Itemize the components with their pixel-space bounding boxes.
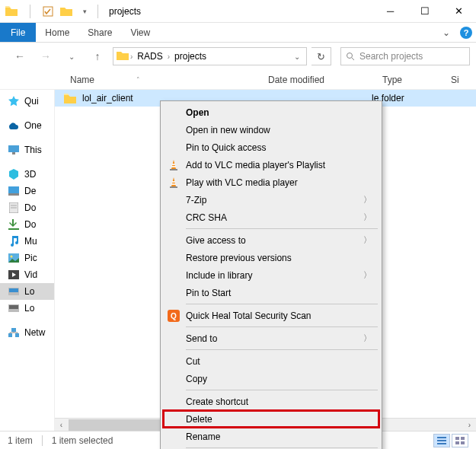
col-size[interactable]: Si bbox=[445, 75, 465, 85]
sidebar-item-mu[interactable]: Mu bbox=[0, 233, 54, 250]
menu-item-cut[interactable]: Cut bbox=[163, 352, 379, 370]
svg-rect-29 bbox=[170, 186, 177, 188]
back-button[interactable]: ← bbox=[9, 47, 30, 65]
folder-icon bbox=[62, 94, 78, 103]
menu-item-open-in-new-window[interactable]: Open in new window bbox=[163, 121, 379, 139]
recent-dropdown[interactable]: ⌄ bbox=[61, 47, 82, 65]
picture-icon bbox=[8, 252, 20, 264]
maximize-button[interactable]: ☐ bbox=[407, 0, 442, 23]
qh-icon: Q bbox=[167, 309, 180, 323]
star-icon bbox=[8, 95, 20, 107]
menu-item-7-zip[interactable]: 7-Zip〉 bbox=[163, 191, 379, 209]
menu-item-quick-heal-total-security-scan[interactable]: QQuick Heal Total Security Scan bbox=[163, 307, 379, 324]
share-tab[interactable]: Share bbox=[78, 23, 121, 42]
sidebar-item-vid[interactable]: Vid bbox=[0, 266, 54, 283]
file-tab[interactable]: File bbox=[0, 23, 36, 42]
col-name[interactable]: Name˄ bbox=[64, 75, 262, 85]
sidebar-item-this[interactable]: This bbox=[0, 142, 54, 158]
search-box[interactable]: Search projects bbox=[340, 47, 470, 65]
qat-divider bbox=[21, 3, 38, 20]
menu-item-copy[interactable]: Copy bbox=[163, 370, 379, 387]
vlc-icon bbox=[167, 176, 180, 189]
menu-item-label: Quick Heal Total Security Scan bbox=[186, 310, 311, 321]
quick-access-toolbar: ▾ bbox=[0, 3, 104, 20]
submenu-arrow-icon: 〉 bbox=[363, 234, 372, 246]
sidebar-item-one[interactable]: One bbox=[0, 117, 54, 134]
sort-indicator-icon: ˄ bbox=[136, 76, 140, 84]
folder-icon bbox=[117, 50, 129, 62]
breadcrumb-rads[interactable]: RADS bbox=[134, 51, 165, 62]
menu-item-open[interactable]: Open bbox=[163, 103, 379, 121]
scroll-right-icon[interactable]: › bbox=[463, 419, 476, 431]
address-dropdown-icon[interactable]: ⌄ bbox=[291, 53, 303, 61]
menu-item-delete[interactable]: Delete bbox=[163, 410, 379, 428]
svg-rect-6 bbox=[8, 193, 19, 196]
properties-icon[interactable] bbox=[40, 3, 56, 20]
sidebar-item-do[interactable]: Do bbox=[0, 199, 54, 216]
address-bar[interactable]: › RADS › projects ⌄ bbox=[113, 47, 307, 65]
sidebar-item-qui[interactable]: Qui bbox=[0, 93, 54, 110]
sidebar-item-pic[interactable]: Pic bbox=[0, 250, 54, 266]
menu-item-label: Play with VLC media player bbox=[186, 177, 298, 188]
context-menu: OpenOpen in new windowPin to Quick acces… bbox=[160, 100, 382, 449]
view-tab[interactable]: View bbox=[121, 23, 159, 42]
sidebar-item-label: De bbox=[24, 186, 36, 196]
menu-item-include-in-library[interactable]: Include in library〉 bbox=[163, 266, 379, 284]
col-date[interactable]: Date modified bbox=[262, 75, 376, 85]
item-count: 1 item bbox=[8, 435, 33, 446]
sidebar-item-3d[interactable]: 3D bbox=[0, 166, 54, 183]
svg-line-2 bbox=[352, 58, 354, 60]
svg-rect-10 bbox=[8, 228, 19, 230]
sidebar-item-do[interactable]: Do bbox=[0, 216, 54, 233]
chevron-right-icon[interactable]: › bbox=[130, 53, 133, 61]
svg-rect-22 bbox=[437, 440, 446, 441]
menu-item-create-shortcut[interactable]: Create shortcut bbox=[163, 393, 379, 410]
menu-separator bbox=[186, 447, 378, 448]
icons-view-button[interactable] bbox=[452, 434, 468, 447]
menu-item-pin-to-quick-access[interactable]: Pin to Quick access bbox=[163, 139, 379, 156]
new-folder-icon[interactable] bbox=[58, 3, 75, 20]
details-view-button[interactable] bbox=[433, 434, 450, 447]
forward-button[interactable]: → bbox=[35, 47, 56, 65]
menu-item-send-to[interactable]: Send to〉 bbox=[163, 330, 379, 347]
scroll-left-icon[interactable]: ‹ bbox=[55, 419, 68, 431]
menu-item-add-to-vlc-media-player-s-playlist[interactable]: Add to VLC media player's Playlist bbox=[163, 156, 379, 174]
sidebar-item-de[interactable]: De bbox=[0, 183, 54, 199]
menu-item-pin-to-start[interactable]: Pin to Start bbox=[163, 284, 379, 301]
minimize-button[interactable]: ─ bbox=[373, 0, 407, 23]
breadcrumb-projects[interactable]: projects bbox=[171, 51, 209, 62]
chevron-right-icon[interactable]: › bbox=[168, 53, 170, 61]
svg-point-12 bbox=[11, 256, 13, 258]
menu-item-rename[interactable]: Rename bbox=[163, 428, 379, 445]
column-headers: Name˄ Date modified Type Si bbox=[0, 70, 476, 90]
music-icon bbox=[8, 235, 20, 247]
sidebar-item-label: Lo bbox=[24, 303, 34, 314]
up-button[interactable]: ↑ bbox=[87, 47, 108, 65]
help-button[interactable]: ? bbox=[456, 23, 476, 42]
svg-rect-27 bbox=[461, 441, 465, 444]
ribbon-expand-icon[interactable]: ⌄ bbox=[436, 23, 456, 42]
menu-item-crc-sha[interactable]: CRC SHA〉 bbox=[163, 209, 379, 226]
sidebar-item-label: Mu bbox=[24, 236, 37, 247]
ribbon-tabs: File Home Share View ⌄ ? bbox=[0, 23, 476, 43]
menu-item-restore-previous-versions[interactable]: Restore previous versions bbox=[163, 249, 379, 266]
download-icon bbox=[8, 218, 20, 231]
sidebar-item-lo[interactable]: Lo bbox=[0, 283, 54, 300]
home-tab[interactable]: Home bbox=[36, 23, 78, 42]
sidebar-item-label: Qui bbox=[24, 96, 39, 107]
menu-item-give-access-to[interactable]: Give access to〉 bbox=[163, 231, 379, 249]
disk-icon bbox=[8, 285, 20, 298]
menu-item-label: Copy bbox=[186, 374, 207, 384]
menu-item-label: Pin to Quick access bbox=[186, 142, 266, 153]
refresh-button[interactable]: ↻ bbox=[311, 47, 331, 65]
sidebar-item-label: 3D bbox=[24, 169, 36, 180]
close-button[interactable]: ✕ bbox=[442, 0, 476, 23]
qat-dropdown-icon[interactable]: ▾ bbox=[76, 3, 93, 20]
sidebar-item-lo[interactable]: Lo bbox=[0, 300, 54, 317]
menu-item-label: Delete bbox=[186, 414, 212, 425]
sidebar-item-netw[interactable]: Netw bbox=[0, 324, 54, 341]
search-icon bbox=[346, 52, 355, 61]
cube-icon bbox=[8, 168, 20, 180]
menu-item-play-with-vlc-media-player[interactable]: Play with VLC media player bbox=[163, 174, 379, 191]
col-type[interactable]: Type bbox=[376, 75, 445, 85]
